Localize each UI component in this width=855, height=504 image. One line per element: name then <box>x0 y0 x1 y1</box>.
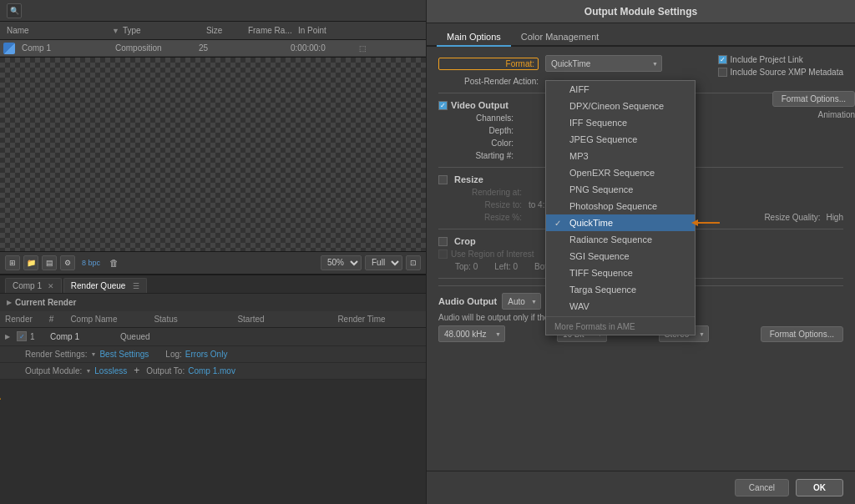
tab-color-management[interactable]: Color Management <box>511 28 610 47</box>
format-menu-item-photoshop[interactable]: Photoshop Sequence <box>546 198 695 214</box>
include-project-link-check-icon: ✓ <box>718 55 727 64</box>
dialog-tabs: Main Options Color Management <box>427 23 855 47</box>
format-menu-item-tiff[interactable]: TIFF Sequence <box>546 265 695 281</box>
project-item-name: Comp 1 <box>18 43 115 53</box>
add-output-module-btn[interactable]: + <box>134 365 139 376</box>
search-icon[interactable]: 🔍 <box>7 3 22 18</box>
format-options-button[interactable]: Format Options... <box>772 91 855 107</box>
top-label: Top: 0 <box>455 262 478 271</box>
rendering-at-label: Rendering at: <box>438 188 522 197</box>
dialog-main-content: Format: QuickTime ✓ Include Project Link… <box>427 47 855 471</box>
zoom-select[interactable]: 50% <box>321 255 362 270</box>
output-module-dialog: Output Module Settings Main Options Colo… <box>426 0 855 504</box>
resize-checkbox[interactable] <box>438 175 448 184</box>
project-table-row[interactable]: Comp 1 Composition 25 0:00:00:0 ⬚ <box>0 40 426 57</box>
project-item-type: Composition <box>115 43 199 53</box>
format-menu-item-iff[interactable]: IFF Sequence <box>546 114 695 131</box>
crop-title: Crop <box>454 236 476 246</box>
composition-viewer <box>0 57 426 251</box>
om-expand-icon[interactable]: ▼ <box>85 368 91 374</box>
video-output-title: Video Output <box>451 100 508 110</box>
format-menu-item-aiff[interactable]: AIFF <box>546 81 695 98</box>
rq-expand-icon[interactable]: ▶ <box>5 333 10 340</box>
trash-icon[interactable]: 🗑 <box>109 258 119 268</box>
format-dropdown-menu[interactable]: AIFF DPX/Cineon Sequence IFF Sequence JP… <box>545 80 696 335</box>
video-output-checkbox[interactable]: ✓ <box>438 101 448 110</box>
include-project-link-checkbox[interactable]: ✓ Include Project Link <box>718 55 843 64</box>
audio-khz-wrapper[interactable]: 48.000 kHz <box>438 325 505 342</box>
ok-button[interactable]: OK <box>796 479 843 496</box>
resize-title: Resize <box>454 174 483 184</box>
format-menu-item-radiance[interactable]: Radiance Sequence <box>546 231 695 248</box>
current-render-label: Current Render <box>15 298 76 307</box>
settings-btn[interactable]: ⚙ <box>60 255 75 270</box>
tab-render-queue[interactable]: Render Queue ☰ <box>63 278 147 293</box>
crop-checkbox[interactable] <box>438 237 448 246</box>
rq-item-compname: Comp 1 <box>50 332 117 341</box>
roi-label: Use Region of Interest <box>451 249 534 259</box>
output-module-link[interactable]: Lossless <box>94 366 127 375</box>
rq-col-render: Render <box>5 315 33 324</box>
color-label: Color: <box>438 139 514 148</box>
format-menu-item-quicktime[interactable]: ✓ QuickTime <box>546 214 695 231</box>
col-header-inpoint: In Point <box>298 26 365 35</box>
rq-table-header: Render # Comp Name Status Started Render… <box>0 311 426 328</box>
rq-item-num: 1 <box>30 332 47 341</box>
rq-col-status: Status <box>154 315 220 324</box>
quality-select[interactable]: Full <box>365 255 402 270</box>
output-to-label: Output To: <box>146 366 185 375</box>
audio-auto-dropdown[interactable]: Auto <box>502 293 541 310</box>
timeline-tabs: Comp 1 ✕ Render Queue ☰ <box>0 275 426 293</box>
col-header-framerate: Frame Ra... <box>248 26 298 35</box>
col-header-name: Name <box>3 26 112 35</box>
output-to-link[interactable]: Comp 1.mov <box>188 366 235 375</box>
include-xmp-check-icon <box>718 68 727 77</box>
rq-checkbox[interactable]: ✓ <box>17 331 27 341</box>
format-menu-item-openexr[interactable]: OpenEXR Sequence <box>546 164 695 181</box>
starting-num-label: Starting #: <box>438 151 514 160</box>
format-menu-item-dpx[interactable]: DPX/Cineon Sequence <box>546 98 695 114</box>
log-value[interactable]: Errors Only <box>185 350 228 359</box>
format-dropdown-wrapper[interactable]: QuickTime <box>545 55 662 72</box>
include-xmp-checkbox[interactable]: Include Source XMP Metadata <box>718 68 843 77</box>
tab-main-options[interactable]: Main Options <box>437 28 511 47</box>
col-header-type: Type <box>123 26 206 35</box>
folder-btn[interactable]: 📁 <box>23 255 38 270</box>
format-menu-item-jpeg[interactable]: JPEG Sequence <box>546 131 695 148</box>
output-module-label: Output Module: <box>25 366 82 375</box>
format-menu-item-mp3[interactable]: MP3 <box>546 148 695 164</box>
bpc-label: 8 bpc <box>82 259 100 267</box>
collapse-icon[interactable]: ▶ <box>7 299 12 306</box>
rs-expand-icon[interactable]: ▼ <box>91 351 97 357</box>
audio-format-options-button[interactable]: Format Options... <box>761 326 843 342</box>
more-formats-item[interactable]: More Formats in AME <box>546 319 695 335</box>
project-item-inpoint: 0:00:00:0 <box>291 43 357 53</box>
rq-col-hash: # <box>49 315 54 324</box>
format-label: Format: <box>438 58 539 70</box>
rq-item-row[interactable]: ▶ ✓ 1 Comp 1 Queued <box>0 328 426 346</box>
home-btn[interactable]: ⊞ <box>5 255 20 270</box>
right-options-panel: ✓ Include Project Link Include Source XM… <box>718 55 843 77</box>
format-dropdown-display[interactable]: QuickTime <box>545 55 662 72</box>
cancel-button[interactable]: Cancel <box>735 479 789 496</box>
render-settings-label: Render Settings: <box>25 350 88 359</box>
item-btn[interactable]: ▤ <box>42 255 57 270</box>
tab-close-icon[interactable]: ✕ <box>48 282 54 290</box>
render-settings-link[interactable]: Best Settings <box>99 350 149 359</box>
audio-khz-dropdown[interactable]: 48.000 kHz <box>438 325 505 342</box>
depth-label: Depth: <box>438 126 514 135</box>
check-mark-icon: ✓ <box>554 219 564 228</box>
format-menu-item-targa[interactable]: Targa Sequence <box>546 281 695 298</box>
resize-quality-label: Resize Quality: High <box>764 213 843 222</box>
format-menu-item-wav[interactable]: WAV <box>546 298 695 315</box>
resize-pct-label: Resize %: <box>438 213 522 222</box>
format-menu-item-png[interactable]: PNG Sequence <box>546 181 695 198</box>
format-menu-divider <box>546 316 695 317</box>
tab-comp1[interactable]: Comp 1 ✕ <box>5 278 62 293</box>
tab-menu-icon[interactable]: ☰ <box>133 282 139 290</box>
render-queue-panel: Render # Comp Name Status Started Render… <box>0 311 426 505</box>
audio-auto-dropdown-wrapper[interactable]: Auto <box>502 293 541 310</box>
current-render-section: ▶ Current Render <box>0 293 426 311</box>
format-menu-item-sgi[interactable]: SGI Sequence <box>546 248 695 265</box>
expand-btn[interactable]: ⊡ <box>406 255 421 270</box>
